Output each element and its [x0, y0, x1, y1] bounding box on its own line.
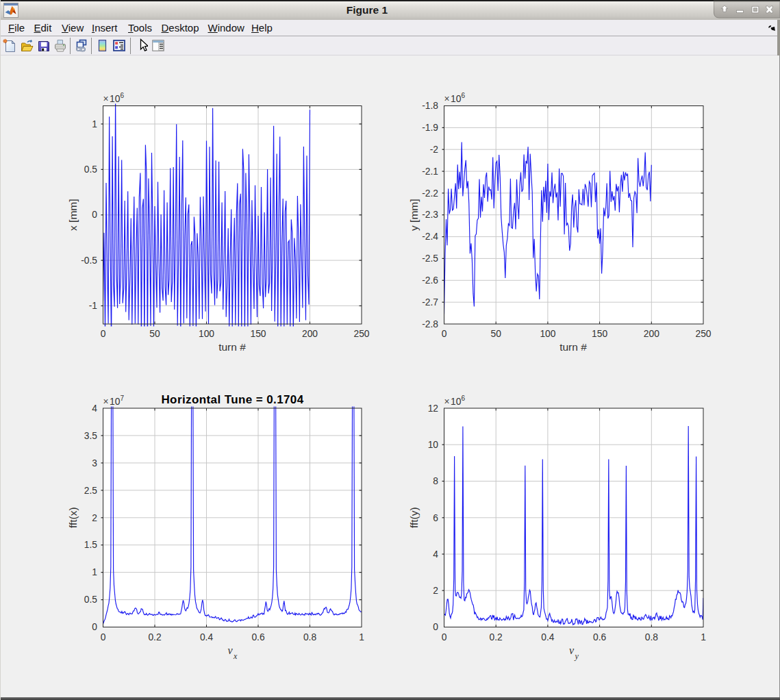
svg-text:-1.8: -1.8 [422, 101, 438, 111]
svg-text:0.5: 0.5 [84, 164, 98, 175]
svg-text:fft(x): fft(x) [67, 507, 79, 528]
svg-text:0.6: 0.6 [593, 632, 607, 642]
svg-text:-1: -1 [89, 301, 97, 311]
svg-text:×106: ×106 [444, 395, 466, 407]
svg-text:50: 50 [149, 329, 160, 339]
svg-text:y: y [575, 651, 579, 661]
svg-text:3.5: 3.5 [84, 431, 98, 441]
svg-text:fft(y): fft(y) [408, 507, 420, 528]
svg-text:250: 250 [695, 329, 711, 339]
svg-text:0.2: 0.2 [148, 632, 161, 642]
svg-text:1.5: 1.5 [84, 540, 98, 550]
svg-text:0.5: 0.5 [84, 595, 98, 605]
svg-text:200: 200 [302, 329, 318, 339]
svg-text:4: 4 [433, 549, 438, 560]
svg-text:×106: ×106 [444, 92, 466, 104]
svg-text:200: 200 [644, 329, 659, 339]
svg-text:10: 10 [428, 440, 439, 450]
svg-text:0.8: 0.8 [303, 632, 317, 642]
svg-text:x [mm]: x [mm] [67, 199, 79, 231]
svg-text:4: 4 [92, 403, 97, 414]
svg-text:2: 2 [433, 586, 438, 596]
svg-text:-2.7: -2.7 [422, 297, 438, 308]
svg-text:×107: ×107 [103, 395, 125, 407]
svg-text:turn #: turn # [559, 341, 587, 353]
svg-text:-1.9: -1.9 [422, 123, 438, 133]
svg-text:2.5: 2.5 [84, 486, 98, 496]
svg-text:0.4: 0.4 [541, 632, 555, 642]
svg-text:0: 0 [433, 622, 438, 632]
svg-text:-0.5: -0.5 [81, 255, 97, 266]
svg-text:-2: -2 [430, 145, 438, 155]
svg-text:-2.2: -2.2 [422, 188, 438, 199]
svg-text:3: 3 [92, 458, 97, 468]
svg-text:100: 100 [199, 329, 214, 339]
svg-text:0: 0 [92, 622, 97, 632]
svg-text:0: 0 [101, 329, 106, 339]
svg-text:50: 50 [491, 329, 502, 339]
svg-text:Horizontal Tune = 0.1704: Horizontal Tune = 0.1704 [161, 393, 303, 406]
svg-text:100: 100 [540, 329, 555, 339]
svg-text:150: 150 [250, 329, 266, 339]
svg-text:0: 0 [442, 329, 447, 339]
svg-text:y [mm]: y [mm] [408, 199, 420, 231]
svg-text:×106: ×106 [103, 92, 125, 104]
svg-text:0: 0 [101, 632, 106, 642]
svg-text:ν: ν [228, 645, 234, 656]
svg-text:-2.5: -2.5 [422, 253, 438, 264]
svg-text:0.2: 0.2 [490, 632, 503, 642]
svg-text:-2.8: -2.8 [422, 319, 438, 329]
svg-text:0.8: 0.8 [645, 632, 659, 642]
svg-text:1: 1 [701, 632, 706, 642]
svg-text:-2.4: -2.4 [422, 232, 438, 242]
svg-text:-2.6: -2.6 [422, 275, 438, 286]
svg-text:-2.1: -2.1 [422, 166, 438, 177]
svg-text:12: 12 [428, 403, 438, 414]
svg-text:ν: ν [569, 645, 575, 656]
svg-text:1: 1 [92, 119, 97, 129]
svg-text:150: 150 [592, 329, 607, 339]
svg-text:-2.3: -2.3 [422, 210, 438, 220]
svg-text:0.4: 0.4 [200, 632, 214, 642]
svg-text:1: 1 [92, 567, 97, 577]
svg-text:2: 2 [92, 513, 97, 523]
svg-text:0.6: 0.6 [251, 632, 265, 642]
svg-text:x: x [233, 651, 238, 661]
svg-text:0: 0 [92, 210, 97, 220]
svg-text:1: 1 [359, 632, 364, 642]
svg-text:0: 0 [442, 632, 447, 642]
svg-text:250: 250 [353, 329, 369, 339]
svg-text:8: 8 [433, 476, 438, 486]
svg-text:6: 6 [433, 513, 438, 523]
svg-text:turn #: turn # [218, 341, 246, 353]
